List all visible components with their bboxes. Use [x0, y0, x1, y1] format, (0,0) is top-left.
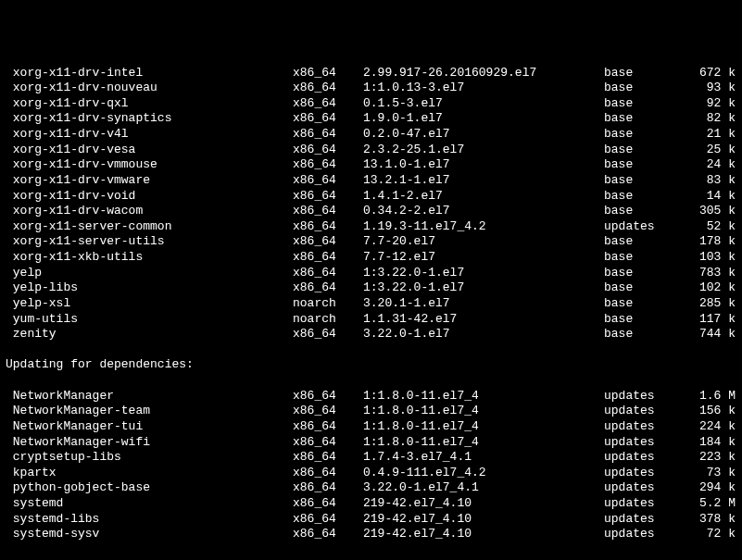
package-row: systemdx86_64219-42.el7_4.10updates5.2 M: [6, 496, 736, 512]
package-row: NetworkManagerx86_641:1.8.0-11.el7_4upda…: [6, 389, 736, 404]
package-repo: base: [604, 81, 684, 96]
package-version: 1:1.8.0-11.el7_4: [363, 389, 604, 404]
package-arch: x86_64: [293, 496, 363, 512]
package-row: yelp-libsx86_641:3.22.0-1.el7base102 k: [6, 280, 736, 296]
package-version: 1:3.22.0-1.el7: [363, 280, 604, 296]
package-size: 672 k: [684, 66, 736, 81]
package-repo: updates: [604, 419, 684, 435]
package-repo: updates: [604, 219, 684, 235]
package-arch: x86_64: [293, 234, 363, 250]
package-size: 285 k: [684, 296, 736, 312]
package-name: xorg-x11-server-common: [6, 219, 293, 235]
package-list: xorg-x11-drv-intelx86_642.99.917-26.2016…: [6, 66, 736, 342]
package-name: xorg-x11-drv-v4l: [6, 127, 293, 143]
package-name: xorg-x11-drv-intel: [6, 66, 293, 81]
package-size: 24 k: [684, 157, 736, 173]
package-size: 184 k: [684, 435, 736, 451]
package-name: NetworkManager: [6, 389, 293, 404]
package-arch: x86_64: [293, 81, 363, 96]
package-arch: x86_64: [293, 327, 363, 342]
package-size: 178 k: [684, 234, 736, 250]
package-repo: updates: [604, 466, 684, 481]
package-repo: base: [604, 143, 684, 158]
package-size: 156 k: [684, 404, 736, 419]
package-version: 219-42.el7_4.10: [363, 496, 604, 512]
package-repo: base: [604, 327, 684, 342]
package-arch: x86_64: [293, 512, 363, 528]
package-row: xorg-x11-drv-voidx86_641.4.1-2.el7base14…: [6, 189, 736, 205]
package-size: 783 k: [684, 266, 736, 281]
package-arch: x86_64: [293, 280, 363, 296]
package-name: xorg-x11-drv-qxl: [6, 96, 293, 112]
package-name: xorg-x11-drv-vmmouse: [6, 157, 293, 173]
package-row: cryptsetup-libsx86_641.7.4-3.el7_4.1upda…: [6, 450, 736, 466]
package-name: zenity: [6, 327, 293, 342]
package-name: xorg-x11-drv-vmware: [6, 173, 293, 189]
package-version: 1.7.4-3.el7_4.1: [363, 450, 604, 466]
package-arch: x86_64: [293, 404, 363, 419]
package-arch: x86_64: [293, 527, 363, 542]
package-repo: base: [604, 234, 684, 250]
package-size: 73 k: [684, 466, 736, 481]
package-row: yelpx86_641:3.22.0-1.el7base783 k: [6, 266, 736, 281]
package-name: yelp: [6, 266, 293, 281]
package-size: 82 k: [684, 111, 736, 127]
package-arch: noarch: [293, 312, 363, 328]
package-size: 103 k: [684, 250, 736, 266]
package-name: xorg-x11-drv-nouveau: [6, 81, 293, 96]
package-version: 1:3.22.0-1.el7: [363, 266, 604, 281]
package-size: 224 k: [684, 419, 736, 435]
package-version: 0.4.9-111.el7_4.2: [363, 466, 604, 481]
package-row: NetworkManager-wifix86_641:1.8.0-11.el7_…: [6, 435, 736, 451]
package-version: 1.4.1-2.el7: [363, 189, 604, 205]
package-row: python-gobject-basex86_643.22.0-1.el7_4.…: [6, 480, 736, 496]
dependency-list: NetworkManagerx86_641:1.8.0-11.el7_4upda…: [6, 389, 736, 542]
package-arch: x86_64: [293, 419, 363, 435]
package-arch: x86_64: [293, 66, 363, 81]
package-size: 52 k: [684, 219, 736, 235]
package-arch: x86_64: [293, 204, 363, 219]
package-version: 3.20.1-1.el7: [363, 296, 604, 312]
package-version: 3.22.0-1.el7: [363, 327, 604, 342]
package-row: yum-utilsnoarch1.1.31-42.el7base117 k: [6, 312, 736, 328]
package-name: xorg-x11-server-utils: [6, 234, 293, 250]
package-row: systemd-libsx86_64219-42.el7_4.10updates…: [6, 512, 736, 528]
package-version: 3.22.0-1.el7_4.1: [363, 480, 604, 496]
package-version: 1:1.8.0-11.el7_4: [363, 419, 604, 435]
package-size: 5.2 M: [684, 496, 736, 512]
package-row: zenityx86_643.22.0-1.el7base744 k: [6, 327, 736, 342]
package-version: 7.7-20.el7: [363, 234, 604, 250]
package-name: xorg-x11-drv-vesa: [6, 143, 293, 158]
package-arch: x86_64: [293, 173, 363, 189]
package-row: NetworkManager-teamx86_641:1.8.0-11.el7_…: [6, 404, 736, 419]
package-name: xorg-x11-drv-wacom: [6, 204, 293, 219]
package-repo: base: [604, 204, 684, 219]
package-arch: x86_64: [293, 389, 363, 404]
package-arch: x86_64: [293, 480, 363, 496]
package-name: NetworkManager-wifi: [6, 435, 293, 451]
package-name: python-gobject-base: [6, 480, 293, 496]
package-row: xorg-x11-drv-synapticsx86_641.9.0-1.el7b…: [6, 111, 736, 127]
package-name: NetworkManager-tui: [6, 419, 293, 435]
package-arch: x86_64: [293, 266, 363, 281]
package-arch: x86_64: [293, 466, 363, 481]
package-repo: base: [604, 66, 684, 81]
package-name: systemd-sysv: [6, 527, 293, 542]
package-row: xorg-x11-xkb-utilsx86_647.7-12.el7base10…: [6, 250, 736, 266]
package-repo: base: [604, 173, 684, 189]
package-size: 92 k: [684, 96, 736, 112]
package-size: 21 k: [684, 127, 736, 143]
package-row: xorg-x11-drv-qxlx86_640.1.5-3.el7base92 …: [6, 96, 736, 112]
package-repo: updates: [604, 389, 684, 404]
package-repo: base: [604, 312, 684, 328]
package-repo: updates: [604, 480, 684, 496]
package-repo: base: [604, 250, 684, 266]
package-repo: updates: [604, 404, 684, 419]
package-row: xorg-x11-drv-v4lx86_640.2.0-47.el7base21…: [6, 127, 736, 143]
updating-deps-header: Updating for dependencies:: [6, 357, 736, 373]
package-name: xorg-x11-drv-void: [6, 189, 293, 205]
package-row: NetworkManager-tuix86_641:1.8.0-11.el7_4…: [6, 419, 736, 435]
package-size: 14 k: [684, 189, 736, 205]
package-arch: x86_64: [293, 143, 363, 158]
package-name: systemd: [6, 496, 293, 512]
